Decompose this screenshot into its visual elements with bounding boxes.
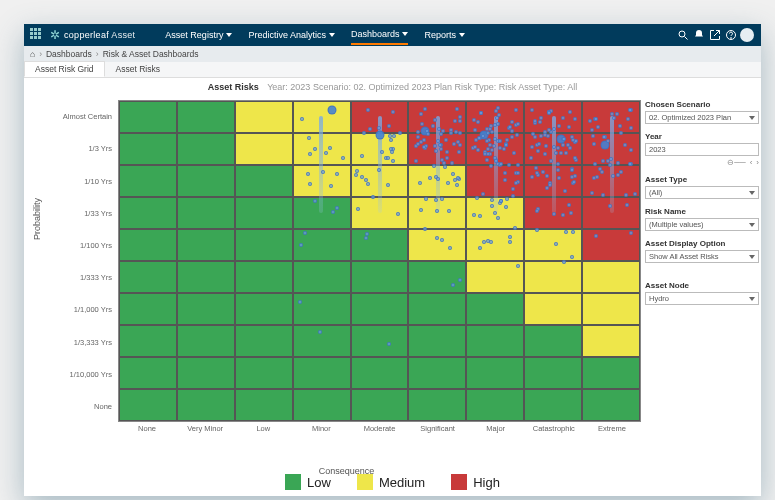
filter-display-select[interactable]: Show All Asset Risks <box>645 250 759 263</box>
heatmap-cell[interactable] <box>235 101 293 133</box>
heatmap-cell[interactable] <box>524 229 582 261</box>
apps-grid-icon[interactable] <box>30 28 44 42</box>
heatmap-cell[interactable] <box>235 261 293 293</box>
tab-asset-risks[interactable]: Asset Risks <box>105 61 171 77</box>
home-icon[interactable]: ⌂ <box>30 49 35 59</box>
heatmap-cell[interactable] <box>293 133 351 165</box>
heatmap-cell[interactable] <box>351 197 409 229</box>
heatmap-cell[interactable] <box>524 325 582 357</box>
heatmap-cell[interactable] <box>408 261 466 293</box>
heatmap-cell[interactable] <box>524 165 582 197</box>
heatmap-cell[interactable] <box>119 325 177 357</box>
heatmap-cell[interactable] <box>466 389 524 421</box>
heatmap-cell[interactable] <box>293 165 351 197</box>
heatmap-cell[interactable] <box>351 101 409 133</box>
heatmap-cell[interactable] <box>582 101 640 133</box>
heatmap-cell[interactable] <box>524 197 582 229</box>
heatmap-cell[interactable] <box>408 293 466 325</box>
heatmap-cell[interactable] <box>177 261 235 293</box>
heatmap-cell[interactable] <box>351 229 409 261</box>
heatmap-cell[interactable] <box>408 229 466 261</box>
heatmap-cell[interactable] <box>119 261 177 293</box>
heatmap-cell[interactable] <box>235 293 293 325</box>
heatmap-cell[interactable] <box>119 389 177 421</box>
tab-asset-risk-grid[interactable]: Asset Risk Grid <box>24 61 105 77</box>
heatmap-cell[interactable] <box>293 293 351 325</box>
heatmap-cell[interactable] <box>466 325 524 357</box>
heatmap-cell[interactable] <box>351 357 409 389</box>
heatmap-cell[interactable] <box>408 325 466 357</box>
heatmap-cell[interactable] <box>466 133 524 165</box>
heatmap-cell[interactable] <box>524 133 582 165</box>
heatmap-cell[interactable] <box>466 229 524 261</box>
heatmap-cell[interactable] <box>582 229 640 261</box>
heatmap-cell[interactable] <box>119 229 177 261</box>
heatmap-cell[interactable] <box>582 293 640 325</box>
heatmap-cell[interactable] <box>235 357 293 389</box>
heatmap-cell[interactable] <box>177 229 235 261</box>
heatmap-cell[interactable] <box>293 325 351 357</box>
bell-icon[interactable] <box>691 27 707 43</box>
heatmap-cell[interactable] <box>524 293 582 325</box>
heatmap-cell[interactable] <box>351 165 409 197</box>
heatmap-cell[interactable] <box>235 389 293 421</box>
heatmap-cell[interactable] <box>235 133 293 165</box>
heatmap-cell[interactable] <box>466 357 524 389</box>
heatmap-cell[interactable] <box>235 325 293 357</box>
heatmap-cell[interactable] <box>408 389 466 421</box>
heatmap-cell[interactable] <box>177 293 235 325</box>
heatmap-cell[interactable] <box>408 357 466 389</box>
year-prev-icon[interactable]: ‹ <box>750 158 753 167</box>
heatmap-cell[interactable] <box>351 133 409 165</box>
heatmap-cell[interactable] <box>582 133 640 165</box>
heatmap-cell[interactable] <box>235 165 293 197</box>
heatmap-cell[interactable] <box>119 197 177 229</box>
heatmap-cell[interactable] <box>524 101 582 133</box>
heatmap-cell[interactable] <box>582 197 640 229</box>
heatmap-cell[interactable] <box>408 197 466 229</box>
heatmap-cell[interactable] <box>582 357 640 389</box>
nav-asset-registry[interactable]: Asset Registry <box>165 25 232 45</box>
nav-reports[interactable]: Reports <box>424 25 465 45</box>
heatmap-cell[interactable] <box>466 165 524 197</box>
heatmap-cell[interactable] <box>235 229 293 261</box>
year-next-icon[interactable]: › <box>756 158 759 167</box>
heatmap-cell[interactable] <box>466 293 524 325</box>
year-slider-icon[interactable]: ⊖── <box>727 158 745 167</box>
user-avatar[interactable] <box>739 27 755 43</box>
heatmap-cell[interactable] <box>119 133 177 165</box>
help-icon[interactable] <box>723 27 739 43</box>
heatmap-cell[interactable] <box>177 389 235 421</box>
heatmap-cell[interactable] <box>582 261 640 293</box>
heatmap-cell[interactable] <box>119 293 177 325</box>
heatmap-cell[interactable] <box>524 261 582 293</box>
filter-asset-type-select[interactable]: (All) <box>645 186 759 199</box>
heatmap-cell[interactable] <box>582 325 640 357</box>
heatmap-cell[interactable] <box>293 357 351 389</box>
heatmap-cell[interactable] <box>293 197 351 229</box>
filter-asset-node-select[interactable]: Hydro <box>645 292 759 305</box>
nav-dashboards[interactable]: Dashboards <box>351 25 409 45</box>
heatmap-cell[interactable] <box>524 357 582 389</box>
heatmap-cell[interactable] <box>466 197 524 229</box>
heatmap-cell[interactable] <box>177 133 235 165</box>
heatmap-cell[interactable] <box>351 389 409 421</box>
heatmap-cell[interactable] <box>351 325 409 357</box>
heatmap-cell[interactable] <box>524 389 582 421</box>
heatmap-cell[interactable] <box>466 101 524 133</box>
open-external-icon[interactable] <box>707 27 723 43</box>
heatmap-cell[interactable] <box>177 197 235 229</box>
heatmap-cell[interactable] <box>408 133 466 165</box>
nav-predictive-analytics[interactable]: Predictive Analytics <box>248 25 335 45</box>
heatmap-cell[interactable] <box>177 165 235 197</box>
heatmap-cell[interactable] <box>177 357 235 389</box>
search-icon[interactable] <box>675 27 691 43</box>
heatmap-cell[interactable] <box>351 293 409 325</box>
heatmap-cell[interactable] <box>177 325 235 357</box>
heatmap-cell[interactable] <box>293 389 351 421</box>
filter-risk-name-select[interactable]: (Multiple values) <box>645 218 759 231</box>
heatmap-cell[interactable] <box>293 101 351 133</box>
heatmap-cell[interactable] <box>408 165 466 197</box>
heatmap-cell[interactable] <box>293 261 351 293</box>
heatmap-cell[interactable] <box>119 357 177 389</box>
